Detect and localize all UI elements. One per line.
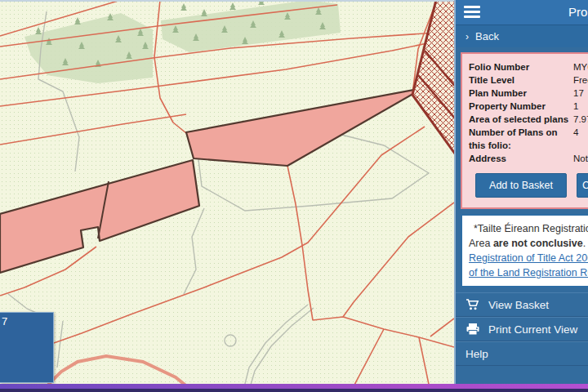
- back-button[interactable]: › Back: [456, 24, 588, 47]
- menu-item-help[interactable]: Help: [456, 341, 588, 366]
- back-button-label: Back: [475, 30, 499, 42]
- clear-button[interactable]: Clear Selection: [577, 173, 588, 198]
- sidebar-header: Property Details: [456, 0, 588, 24]
- disclaimer-box: *Tailte Éireann Registration Boundaries …: [461, 214, 588, 287]
- property-row: Area of selected plans7.97 hectares: [469, 113, 588, 126]
- app-window: { "header": { "title": "Property Details…: [0, 0, 588, 392]
- property-row-value: 1: [573, 100, 578, 113]
- chevron-right-icon: ›: [466, 31, 469, 42]
- menu-item-label: View Basket: [488, 299, 549, 311]
- property-row-value: 4: [573, 126, 578, 152]
- property-row: Number of Plans on this folio:4: [469, 126, 588, 152]
- property-details-table: Folio NumberMY662Title LevelFreeholdPlan…: [469, 60, 588, 165]
- property-row-label: Title Level: [469, 74, 573, 87]
- property-row-value: MY662: [573, 60, 588, 74]
- property-row-value: 7.97 hectares: [573, 113, 588, 126]
- property-row: Plan Number17: [469, 87, 588, 100]
- property-row-label: Number of Plans on this folio:: [469, 126, 573, 152]
- land-registration-rules-link[interactable]: of the Land Registration Rules: [469, 265, 588, 280]
- menu-item-print-current-view[interactable]: Print Current View: [456, 317, 588, 341]
- bottom-accent-bar: [0, 384, 588, 392]
- property-action-buttons: Add to Basket Clear Selection: [469, 173, 588, 198]
- registration-act-link[interactable]: Registration of Title Act 2006 and: [469, 251, 588, 265]
- map-canvas[interactable]: 7: [0, 0, 454, 384]
- property-row-label: Address: [469, 152, 573, 165]
- sidebar-menu: View BasketPrint Current ViewHelp: [456, 292, 588, 366]
- menu-item-view-basket[interactable]: View Basket: [456, 292, 588, 317]
- menu-item-label: Print Current View: [488, 323, 577, 336]
- property-row-value: Not Available: [573, 152, 588, 165]
- add-to-basket-button[interactable]: Add to Basket: [475, 173, 567, 198]
- property-details-panel: Folio NumberMY662Title LevelFreeholdPlan…: [461, 52, 588, 209]
- property-row-label: Area of selected plans: [469, 113, 573, 126]
- road-line: [49, 356, 192, 384]
- hamburger-icon[interactable]: [464, 6, 480, 20]
- property-row-label: Folio Number: [469, 60, 573, 74]
- plan-number-tooltip-label: 7: [2, 315, 7, 327]
- sidebar-panel: Property Details › Back Folio NumberMY66…: [454, 0, 588, 384]
- basket-icon: [466, 298, 480, 311]
- property-row: Title LevelFreehold: [469, 74, 588, 87]
- property-row-label: Property Number: [469, 100, 573, 113]
- map-top-edge: [0, 0, 454, 2]
- map-layers: [0, 0, 454, 384]
- property-row-value: 17: [573, 87, 584, 100]
- menu-item-label: Help: [466, 348, 488, 360]
- printer-icon: [466, 323, 480, 336]
- property-row: Property Number1: [469, 100, 588, 113]
- disclaimer-line2: Area are not conclusive. See the: [469, 236, 588, 251]
- property-row: Folio NumberMY662: [469, 60, 588, 74]
- disclaimer-line1: *Tailte Éireann Registration Boundaries: [469, 221, 588, 236]
- plan-number-tooltip: 7: [0, 312, 54, 383]
- page-title: Property Details: [568, 5, 588, 19]
- forest-areas: [24, 0, 341, 83]
- property-row: AddressNot Available: [469, 152, 588, 165]
- property-row-value: Freehold: [573, 74, 588, 87]
- hatched-parcel: [412, 0, 454, 180]
- property-row-label: Plan Number: [469, 87, 573, 100]
